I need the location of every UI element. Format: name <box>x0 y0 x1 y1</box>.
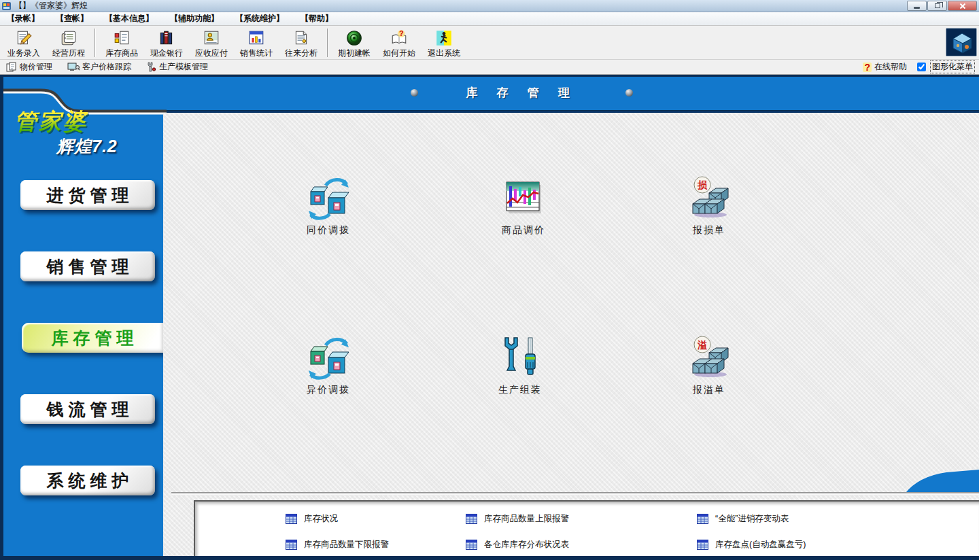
close-button[interactable] <box>948 1 977 11</box>
loss-report-icon: 损 <box>687 175 731 220</box>
menu-item-bookkeeping[interactable]: 【录帐】 <box>1 12 45 26</box>
menu-bar: 【录帐】 【查帐】 【基本信息】 【辅助功能】 【系统维护】 【帮助】 <box>0 12 979 26</box>
report-qty-upper-limit-alarm[interactable]: 库存商品数量上限报警 <box>466 513 697 525</box>
sidebar: 管家婆 辉煌7.2 进货管理 销售管理 库存管理 钱流管理 系统维护 <box>3 77 163 556</box>
sidebar-item-inventory-management[interactable]: 库存管理 <box>22 323 163 353</box>
svg-text:溢: 溢 <box>697 339 707 350</box>
minimize-icon <box>914 7 920 9</box>
table-icon <box>697 514 708 524</box>
table-icon <box>286 540 297 550</box>
table-icon <box>697 540 708 550</box>
module-diff-price-transfer[interactable]: 异价调拨 <box>288 335 369 396</box>
toolbar-operation-history[interactable]: 经营历程 <box>46 27 91 58</box>
cash-bank-icon <box>158 29 175 47</box>
module-loss-report[interactable]: 损 报损单 <box>668 175 750 237</box>
sphere-bullet-icon <box>625 89 633 97</box>
svg-text:?: ? <box>399 29 404 37</box>
module-production-assembly[interactable]: 生产组装 <box>479 335 561 396</box>
question-icon: ? <box>863 63 872 72</box>
separator-line <box>171 492 979 493</box>
same-price-transfer-icon <box>307 175 350 220</box>
toolbar-initial-setup[interactable]: 期初建帐 <box>332 27 377 58</box>
section-title: 库 存 管 理 <box>466 85 578 101</box>
sidebar-item-system-maintenance[interactable]: 系统维护 <box>20 466 155 495</box>
tools-icon <box>146 62 156 72</box>
online-help-button[interactable]: ? 在线帮助 <box>861 60 909 73</box>
module-same-price-transfer[interactable]: 同价调拨 <box>288 175 369 237</box>
monitor-icon <box>67 62 80 72</box>
menu-item-auxiliary-functions[interactable]: 【辅助功能】 <box>165 12 224 26</box>
menu-item-system-maintenance[interactable]: 【系统维护】 <box>230 12 290 26</box>
diff-price-transfer-icon <box>307 335 350 380</box>
main-region: 库 存 管 理 管家婆 辉煌7.2 进货管理 销售管理 库存管理 钱流管理 系统… <box>0 75 979 560</box>
toolbar-separator <box>95 29 96 57</box>
sphere-bullet-icon <box>411 89 418 97</box>
report-warehouse-distribution[interactable]: 各仓库库存分布状况表 <box>466 539 697 550</box>
toolbar-price-management[interactable]: 物价管理 <box>4 60 54 73</box>
table-icon <box>466 514 477 524</box>
restore-icon <box>935 3 940 8</box>
toolbar-production-template[interactable]: 生产模板管理 <box>144 60 210 73</box>
close-icon <box>959 3 966 10</box>
toolbar-inventory-goods[interactable]: 库存商品 <box>99 27 144 58</box>
title-bar: 【】《管家婆》辉煌 <box>0 0 979 12</box>
module-goods-price-adjust[interactable]: 商品调价 <box>483 175 564 237</box>
menu-item-basic-info[interactable]: 【基本信息】 <box>99 12 159 26</box>
module-overflow-report[interactable]: 溢 报溢单 <box>668 335 750 396</box>
price-chart-icon <box>502 175 545 220</box>
logo-cube-graphic <box>946 28 977 56</box>
brand-logo-line1: 管家婆 <box>14 107 88 137</box>
report-inventory-status[interactable]: 库存状况 <box>286 513 466 525</box>
assembly-tools-icon <box>498 335 542 380</box>
toolbar-sales-statistics[interactable]: 销售统计 <box>234 27 279 58</box>
sidebar-item-cashflow-management[interactable]: 钱流管理 <box>20 394 155 424</box>
toolbar-how-to-start[interactable]: ? 如何开始 <box>377 27 422 58</box>
table-icon <box>466 540 477 550</box>
sidebar-item-purchase-management[interactable]: 进货管理 <box>20 180 155 210</box>
overflow-report-icon: 溢 <box>687 335 731 380</box>
goods-list-icon <box>113 29 131 47</box>
toolbar-customer-price-tracking[interactable]: 客户价格跟踪 <box>65 60 133 73</box>
person-card-icon <box>203 29 220 47</box>
toolbar-business-entry[interactable]: 业务录入 <box>1 27 46 58</box>
brand-logo-line2: 辉煌7.2 <box>56 135 118 158</box>
restore-button[interactable] <box>927 1 947 11</box>
menu-item-check-accounts[interactable]: 【查帐】 <box>50 12 94 26</box>
toolbar-exit-system[interactable]: 退出系统 <box>422 27 466 58</box>
svg-text:损: 损 <box>697 179 708 190</box>
target-globe-icon <box>345 29 363 47</box>
copy-pages-icon <box>6 62 17 72</box>
report-almighty-purchase-sale-stock-table[interactable]: “全能”进销存变动表 <box>697 513 979 525</box>
window-title: 【】《管家婆》辉煌 <box>14 0 907 12</box>
ledger-icon <box>60 29 78 47</box>
help-book-icon: ? <box>390 29 408 47</box>
sidebar-item-sales-management[interactable]: 销售管理 <box>20 251 155 281</box>
menu-item-help[interactable]: 【帮助】 <box>295 12 339 26</box>
content-area: 同价调拨 <box>163 113 979 556</box>
note-pencil-icon <box>15 29 33 47</box>
workspace: 库 存 管 理 管家婆 辉煌7.2 进货管理 销售管理 库存管理 钱流管理 系统… <box>3 77 979 556</box>
toolbar-separator <box>327 29 328 57</box>
toolbar-cash-bank[interactable]: 现金银行 <box>144 27 189 58</box>
table-icon <box>286 514 297 524</box>
graphic-menu-label[interactable]: 图形化菜单 <box>930 60 975 73</box>
toolbar-contacts-analysis[interactable]: 往来分析 <box>279 27 324 58</box>
graphic-menu-checkbox[interactable] <box>917 63 926 71</box>
minimize-button[interactable] <box>907 1 927 11</box>
bar-chart-icon <box>247 29 265 47</box>
report-qty-lower-limit-alarm[interactable]: 库存商品数量下限报警 <box>286 539 466 550</box>
toolbar-receivable-payable[interactable]: 应收应付 <box>189 27 234 58</box>
exit-runner-icon <box>435 29 453 47</box>
secondary-toolbar: 物价管理 客户价格跟踪 生产模板管理 ? 在线帮助 图形化菜单 <box>0 60 979 75</box>
document-analysis-icon <box>292 29 310 47</box>
main-toolbar: 业务录入 经营历程 库存商品 <box>0 26 979 60</box>
report-stocktake[interactable]: 库存盘点(自动盘赢盘亏) <box>697 539 979 550</box>
report-panel: 库存状况 库存商品数量上限报警 “全能” <box>194 500 979 556</box>
app-icon <box>2 1 12 11</box>
corner-decoration <box>904 469 979 493</box>
